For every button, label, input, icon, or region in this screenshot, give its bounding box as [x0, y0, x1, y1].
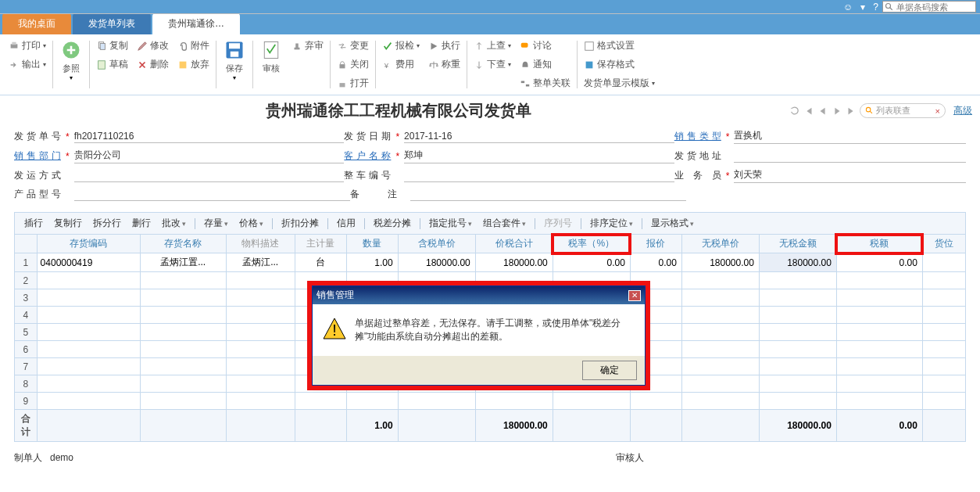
audit-button[interactable]: 审核	[256, 38, 287, 76]
dialog-title: 销售管理	[317, 289, 354, 302]
smiley-icon[interactable]: ☺	[843, 2, 853, 13]
lbl-saletype[interactable]: 销售类型	[674, 130, 721, 143]
val-ship[interactable]	[74, 170, 345, 182]
col-amount[interactable]: 无税金额	[759, 235, 836, 253]
next-icon[interactable]	[832, 106, 842, 117]
footer: 制单人demo 审核人	[0, 442, 980, 474]
list-search[interactable]: 列表联查 ×	[860, 103, 946, 118]
act-dispfmt[interactable]: 显示格式	[646, 215, 699, 232]
act-discount[interactable]: 折扣分摊	[277, 215, 324, 232]
col-tax[interactable]: 税额	[836, 235, 922, 253]
fee-button[interactable]: ¥费用	[381, 56, 421, 73]
act-sortloc[interactable]: 排序定位	[585, 215, 638, 232]
svg-rect-7	[98, 60, 106, 69]
change-icon	[337, 41, 348, 52]
val-sales[interactable]: 刘天荣	[734, 168, 966, 183]
act-copyrow[interactable]: 复制行	[49, 215, 87, 232]
val-car[interactable]	[404, 170, 674, 182]
val-saletype[interactable]: 置换机	[734, 129, 966, 144]
copy-icon	[96, 41, 107, 52]
col-quote[interactable]: 报价	[630, 235, 681, 253]
lbl-cust[interactable]: 客户名称	[344, 149, 391, 163]
help-icon[interactable]: ?	[873, 2, 878, 13]
act-delrow[interactable]: 删行	[127, 215, 156, 232]
lbl-docno: 发货单号	[14, 130, 61, 143]
val-remark[interactable]	[410, 189, 686, 201]
col-taxprice[interactable]: 含税单价	[398, 235, 475, 253]
upcheck-button[interactable]: 上查▾	[472, 38, 513, 54]
change-button[interactable]: 变更	[335, 38, 370, 54]
val-docno[interactable]: fh2017110216	[74, 131, 345, 143]
col-loc[interactable]: 货位	[922, 235, 965, 253]
attach-button[interactable]: 附件	[176, 38, 211, 54]
exec-button[interactable]: 执行	[427, 38, 462, 54]
val-dept[interactable]: 贵阳分公司	[74, 149, 345, 163]
col-qty[interactable]: 数量	[346, 235, 398, 253]
col-mat[interactable]: 物料描述	[226, 235, 295, 253]
act-credit[interactable]: 信用	[332, 215, 360, 232]
savefmt-button[interactable]: 保存格式	[582, 56, 656, 73]
prev-icon[interactable]	[817, 106, 828, 117]
act-price[interactable]: 价格	[234, 215, 268, 232]
act-combo[interactable]: 组合套件	[478, 215, 531, 232]
save-button[interactable]: 保存▾	[219, 38, 250, 83]
col-code[interactable]: 存货编码	[37, 235, 140, 253]
table-row[interactable]: 9	[15, 393, 966, 410]
barcode-search[interactable]	[882, 1, 976, 13]
copy-button[interactable]: 复制	[95, 38, 130, 54]
discuss-button[interactable]: 讨论	[518, 38, 572, 54]
reference-button[interactable]: 参照▾	[55, 38, 87, 83]
svg-point-0	[886, 3, 891, 8]
lbl-dept[interactable]: 销售部门	[14, 149, 61, 163]
tab-list[interactable]: 发货单列表	[73, 13, 151, 34]
weigh-button[interactable]: 称重	[427, 56, 462, 73]
col-name[interactable]: 存货名称	[140, 235, 226, 253]
output-button[interactable]: 输出▾	[7, 56, 48, 73]
wholeclose-button[interactable]: 整单关联	[518, 75, 572, 92]
advanced-link[interactable]: 高级	[953, 104, 972, 117]
draft-icon	[96, 59, 107, 70]
form: 发货单号*fh2017110216 发货日期*2017-11-16 销售类型*置…	[0, 126, 980, 212]
tabs: 我的桌面 发货单列表 贵州瑞通徐…	[0, 14, 980, 34]
draft-button[interactable]: 草稿	[95, 56, 130, 73]
col-taxtotal[interactable]: 价税合计	[475, 235, 553, 253]
modify-button[interactable]: 修改	[135, 38, 170, 54]
delete-button[interactable]: 删除	[135, 56, 170, 73]
close-button[interactable]: 关闭	[335, 56, 370, 73]
recheck-button[interactable]: 报检▾	[381, 38, 421, 54]
val-cust[interactable]: 郑坤	[404, 149, 674, 163]
tab-current[interactable]: 贵州瑞通徐…	[152, 13, 240, 34]
barcode-search-input[interactable]	[896, 2, 967, 12]
refresh-icon[interactable]	[789, 106, 800, 117]
notify-button[interactable]: 通知	[518, 56, 572, 73]
dialog-ok-button[interactable]: 确定	[582, 361, 637, 380]
col-price[interactable]: 无税单价	[681, 235, 759, 253]
table-row[interactable]: 1 0400000419 孟炳江置... 孟炳江... 台 1.00 18000…	[15, 253, 966, 272]
tab-desktop[interactable]: 我的桌面	[2, 13, 71, 34]
act-taxsplit[interactable]: 税差分摊	[369, 215, 416, 232]
fmtset-button[interactable]: 格式设置	[582, 38, 656, 54]
print-button[interactable]: 打印▾	[7, 38, 48, 54]
act-splitrow[interactable]: 拆分行	[88, 215, 126, 232]
last-icon[interactable]	[846, 106, 857, 117]
sendaudit-button[interactable]: 弃审	[290, 38, 325, 54]
open-button[interactable]: 打开	[335, 75, 370, 92]
lbl-model: 产品型号	[14, 188, 61, 201]
dialog-title-bar[interactable]: 销售管理 ✕	[313, 286, 645, 304]
giveup-button[interactable]: 放弃	[176, 56, 211, 73]
display-button[interactable]: 发货单显示模版▾	[582, 75, 656, 92]
lbl-addr: 发货地址	[674, 149, 721, 163]
act-batch[interactable]: 指定批号	[424, 215, 477, 232]
act-insert[interactable]: 插行	[20, 215, 48, 232]
chevron-down-icon[interactable]: ▾	[860, 2, 865, 13]
col-taxrate[interactable]: 税率（%）	[553, 235, 630, 253]
downcheck-button[interactable]: 下查▾	[472, 56, 513, 73]
val-addr[interactable]	[734, 150, 966, 163]
col-unit[interactable]: 主计量	[295, 235, 346, 253]
dialog-close-icon[interactable]: ✕	[628, 290, 641, 301]
act-batchchg[interactable]: 批改	[157, 215, 191, 232]
val-date[interactable]: 2017-11-16	[404, 131, 674, 143]
val-model[interactable]	[74, 189, 350, 201]
first-icon[interactable]	[803, 106, 814, 117]
act-inventory[interactable]: 存量	[199, 215, 233, 232]
